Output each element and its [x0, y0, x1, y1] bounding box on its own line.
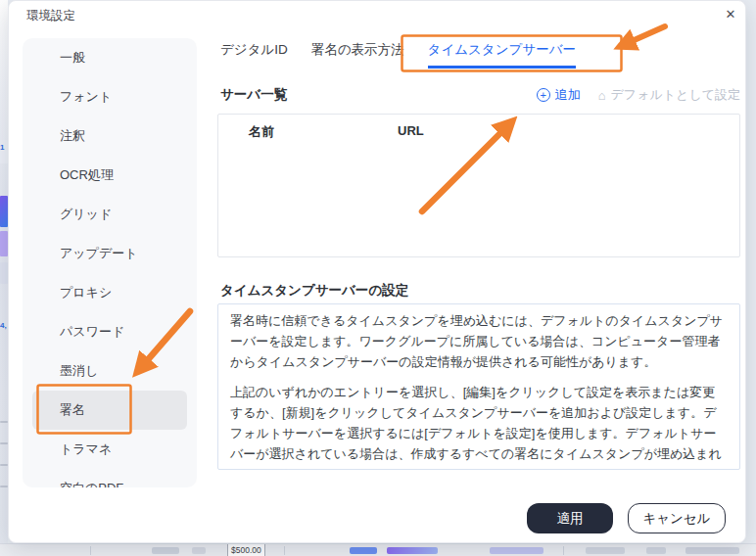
add-server-label: 追加 — [555, 86, 581, 104]
apply-button[interactable]: 適用 — [527, 503, 613, 533]
column-header-url: URL — [398, 123, 424, 141]
sidebar-item-grid[interactable]: グリッド — [32, 195, 187, 234]
background-fragment — [490, 547, 543, 554]
sidebar-item-label: 空白のPDF — [60, 481, 123, 487]
background-fragment — [0, 421, 8, 423]
sidebar-item-label: 署名 — [60, 402, 85, 417]
sidebar-item-label: フォント — [60, 89, 112, 104]
sidebar-item-password[interactable]: パスワード — [32, 312, 187, 351]
signature-tabs: デジタルID 署名の表示方法 タイムスタンプサーバー — [220, 41, 576, 69]
background-left-digit: 1 — [0, 143, 4, 152]
cancel-button[interactable]: キャンセル — [628, 503, 726, 533]
server-actions: + 追加 ⌂ デフォルトとして設定 — [537, 86, 740, 104]
background-fragment — [0, 231, 8, 256]
home-icon: ⌂ — [598, 88, 606, 103]
background-price-text: $500.00 — [227, 544, 265, 556]
sidebar-item-label: トラマネ — [60, 441, 112, 456]
background-fragment — [192, 547, 206, 554]
tab-timestamp-server[interactable]: タイムスタンプサーバー — [428, 41, 576, 69]
background-gridline — [284, 546, 285, 555]
background-fragment — [646, 547, 666, 554]
dialog-footer: 適用 キャンセル — [527, 503, 726, 533]
background-fragment — [685, 547, 739, 554]
background-fragment — [387, 547, 438, 554]
sidebar-item-label: グリッド — [60, 207, 112, 221]
sidebar-item-general[interactable]: 一般 — [32, 38, 187, 77]
background-fragment — [0, 464, 8, 466]
set-default-label: デフォルトとして設定 — [611, 86, 740, 104]
timestamp-settings-description: 署名時に信頼できるタイムスタンプを埋め込むには、デフォルトのタイムスタンプサーバ… — [217, 303, 740, 470]
sidebar-item-blank-pdf[interactable]: 空白のPDF — [32, 469, 187, 487]
background-left-digit: 4, — [0, 321, 7, 330]
plus-circle-icon: + — [537, 88, 550, 102]
background-fragment — [152, 547, 179, 554]
server-table-header-row: 名前 URL — [218, 115, 739, 141]
set-default-button[interactable]: ⌂ デフォルトとして設定 — [598, 86, 740, 104]
sidebar-item-label: パスワード — [60, 324, 124, 339]
timestamp-settings-title: タイムスタンプサーバーの設定 — [220, 282, 408, 300]
sidebar-item-proxy[interactable]: プロキシ — [32, 273, 187, 312]
screen: 1 4, $500.00 環境設定 ✕ 一般 フォント 注釈 OCR処理 — [0, 0, 756, 556]
sidebar-item-redaction[interactable]: 墨消し — [32, 351, 187, 391]
settings-sidebar: 一般 フォント 注釈 OCR処理 グリッド アップデート プロキシ パスワード … — [23, 38, 197, 487]
sidebar-item-label: 注釈 — [60, 128, 85, 143]
background-fragment — [0, 196, 8, 227]
sidebar-item-update[interactable]: アップデート — [32, 234, 187, 273]
tab-digital-id[interactable]: デジタルID — [220, 41, 288, 69]
sidebar-item-label: 墨消し — [60, 363, 98, 378]
background-fragment — [0, 486, 8, 487]
description-paragraph-1: 署名時に信頼できるタイムスタンプを埋め込むには、デフォルトのタイムスタンプサーバ… — [230, 310, 728, 372]
server-table[interactable]: 名前 URL — [217, 114, 740, 257]
background-app-bottom-sliver: $500.00 — [0, 543, 756, 556]
sidebar-item-annotation[interactable]: 注釈 — [32, 116, 187, 156]
description-paragraph-2: 上記のいずれかのエントリーを選択し、[編集]をクリックして設定を表示または変更す… — [230, 382, 728, 470]
sidebar-item-signature[interactable]: 署名 — [32, 391, 187, 430]
sidebar-item-ocr[interactable]: OCR処理 — [32, 156, 187, 195]
sidebar-item-label: アップデート — [60, 246, 138, 260]
add-server-button[interactable]: + 追加 — [537, 86, 581, 104]
background-fragment — [0, 442, 8, 444]
sidebar-item-font[interactable]: フォント — [32, 77, 187, 116]
background-gridline — [563, 546, 564, 555]
background-fragment — [0, 262, 8, 284]
sidebar-item-toramane[interactable]: トラマネ — [32, 430, 187, 469]
close-icon[interactable]: ✕ — [720, 4, 741, 25]
sidebar-item-label: OCR処理 — [60, 167, 114, 182]
server-list-header: サーバ一覧 + 追加 ⌂ デフォルトとして設定 — [220, 86, 740, 104]
sidebar-item-label: プロキシ — [60, 285, 112, 300]
sidebar-item-label: 一般 — [60, 50, 85, 65]
background-fragment — [586, 547, 625, 554]
background-fragment — [350, 547, 377, 554]
tab-signature-appearance[interactable]: 署名の表示方法 — [311, 41, 404, 69]
column-header-name: 名前 — [249, 123, 398, 141]
background-gridline — [90, 546, 91, 555]
dialog-title: 環境設定 — [26, 8, 75, 24]
background-app-left-sliver: 1 4, — [0, 0, 8, 556]
server-list-title: サーバ一覧 — [220, 86, 287, 104]
